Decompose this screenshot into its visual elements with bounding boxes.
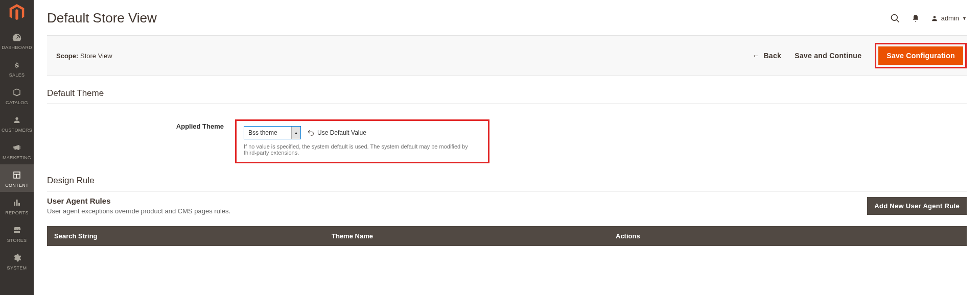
- table-header-row: Search String Theme Name Actions: [47, 226, 967, 246]
- default-theme-section: Default Theme Applied Theme Bss theme ▲ …: [34, 76, 980, 163]
- user-agent-table: Search String Theme Name Actions: [47, 226, 967, 246]
- back-button[interactable]: ← Back: [752, 52, 781, 60]
- nav-system[interactable]: SYSTEM: [0, 247, 34, 275]
- save-continue-button[interactable]: Save and Continue: [795, 52, 861, 60]
- applied-theme-select[interactable]: Bss theme ▲: [244, 126, 301, 139]
- scope-value: Store View: [80, 52, 112, 60]
- search-icon[interactable]: [890, 13, 900, 23]
- nav-label: SALES: [9, 72, 25, 78]
- svg-line-1: [896, 19, 899, 22]
- nav-label: CATALOG: [6, 100, 28, 105]
- nav-stores[interactable]: STORES: [0, 219, 34, 247]
- dollar-icon: [11, 59, 22, 70]
- nav-label: REPORTS: [5, 210, 28, 215]
- caret-down-icon: ▼: [962, 16, 967, 21]
- nav-content[interactable]: CONTENT: [0, 164, 34, 192]
- nav-reports[interactable]: REPORTS: [0, 192, 34, 219]
- col-search-string: Search String: [47, 226, 324, 246]
- bars-icon: [11, 197, 22, 208]
- nav-label: MARKETING: [3, 155, 31, 160]
- applied-theme-row: Applied Theme Bss theme ▲ Use Default Va…: [47, 119, 967, 163]
- use-default-value-button[interactable]: Use Default Value: [307, 129, 366, 136]
- col-theme-name: Theme Name: [324, 226, 609, 246]
- arrow-left-icon: ←: [752, 52, 759, 60]
- applied-theme-label: Applied Theme: [47, 119, 235, 130]
- header-actions: admin ▼: [890, 13, 967, 23]
- nav-label: STORES: [7, 238, 27, 243]
- chevron-up-icon: ▲: [291, 127, 300, 139]
- back-label: Back: [763, 52, 781, 60]
- layout-icon: [11, 169, 22, 181]
- user-agent-header: User Agent Rules User agent exceptions o…: [47, 196, 967, 215]
- action-toolbar: Scope: Store View ← Back Save and Contin…: [47, 35, 967, 76]
- admin-label: admin: [941, 14, 959, 22]
- section-title: Design Rule: [47, 176, 967, 191]
- main-content: Default Store View admin ▼ Scope: Store …: [34, 0, 980, 295]
- scope-label: Scope:: [56, 52, 78, 60]
- user-agent-subtitle: User agent exceptions override product a…: [47, 207, 230, 215]
- store-icon: [11, 225, 22, 236]
- nav-label: CUSTOMERS: [2, 128, 32, 133]
- nav-label: SYSTEM: [7, 265, 27, 271]
- bell-icon[interactable]: [912, 14, 920, 23]
- magento-logo[interactable]: [8, 4, 26, 21]
- add-user-agent-rule-button[interactable]: Add New User Agent Rule: [867, 197, 967, 215]
- admin-account-dropdown[interactable]: admin ▼: [931, 14, 967, 22]
- save-config-highlight: Save Configuration: [875, 43, 967, 68]
- user-agent-title: User Agent Rules: [47, 196, 230, 205]
- user-agent-block: User Agent Rules User agent exceptions o…: [34, 191, 980, 246]
- theme-select-value: Bss theme: [248, 129, 277, 136]
- user-icon: [931, 15, 938, 22]
- megaphone-icon: [11, 142, 22, 153]
- applied-theme-highlight: Bss theme ▲ Use Default Value If no valu…: [235, 119, 489, 163]
- applied-theme-controls: Bss theme ▲ Use Default Value: [244, 126, 481, 139]
- nav-label: DASHBOARD: [2, 45, 32, 50]
- scope-info: Scope: Store View: [56, 52, 112, 60]
- col-actions: Actions: [609, 226, 967, 246]
- section-title: Default Theme: [47, 88, 967, 104]
- nav-catalog[interactable]: CATALOG: [0, 82, 34, 109]
- gauge-icon: [11, 32, 22, 43]
- design-rule-section: Design Rule: [34, 163, 980, 191]
- box-icon: [11, 87, 22, 98]
- page-title: Default Store View: [47, 10, 157, 26]
- gear-icon: [11, 252, 22, 263]
- nav-sales[interactable]: SALES: [0, 54, 34, 82]
- use-default-label: Use Default Value: [317, 129, 366, 136]
- applied-theme-hint: If no value is specified, the system def…: [244, 143, 481, 156]
- undo-icon: [307, 129, 314, 136]
- person-icon: [11, 114, 22, 126]
- nav-marketing[interactable]: MARKETING: [0, 137, 34, 164]
- nav-dashboard[interactable]: DASHBOARD: [0, 27, 34, 54]
- svg-point-0: [891, 14, 897, 20]
- nav-label: CONTENT: [5, 183, 29, 188]
- page-header: Default Store View admin ▼: [34, 0, 980, 31]
- admin-sidebar: DASHBOARD SALES CATALOG CUSTOMERS MARKET…: [0, 0, 34, 295]
- save-config-button[interactable]: Save Configuration: [878, 46, 963, 65]
- nav-customers[interactable]: CUSTOMERS: [0, 109, 34, 137]
- toolbar-actions: ← Back Save and Continue Save Configurat…: [752, 43, 967, 68]
